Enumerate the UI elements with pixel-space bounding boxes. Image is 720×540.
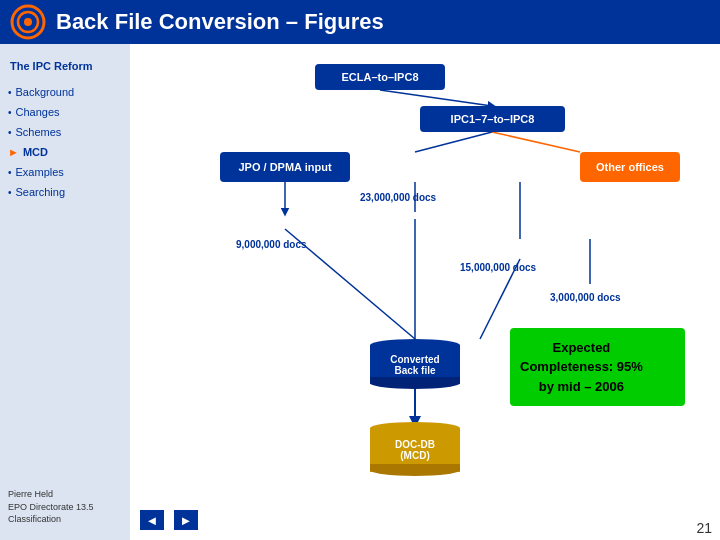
footer-class: Classification <box>8 513 122 526</box>
expected-line2: Completeness: 95% <box>520 357 643 377</box>
jpo-box: JPO / DPMA input <box>220 152 350 182</box>
mcd-label: (MCD) <box>400 450 429 461</box>
nav-next-button[interactable]: ► <box>174 510 198 530</box>
sidebar-item-searching[interactable]: • Searching <box>0 182 130 202</box>
content-area: ECLA–to–IPC8 IPC1–7–to–IPC8 JPO / DPMA i… <box>130 44 720 540</box>
expected-line3: by mid – 2006 <box>520 377 643 397</box>
diagram: ECLA–to–IPC8 IPC1–7–to–IPC8 JPO / DPMA i… <box>130 44 720 540</box>
bullet-icon: • <box>8 167 12 178</box>
other-offices-box: Other offices <box>580 152 680 182</box>
other-label: Other offices <box>596 161 664 173</box>
ipc-label: IPC1–7–to–IPC8 <box>451 113 535 125</box>
sidebar-item-changes[interactable]: • Changes <box>0 102 130 122</box>
bullet-icon: • <box>8 187 12 198</box>
sidebar-label-searching: Searching <box>16 186 66 198</box>
sidebar: The IPC Reform • Background • Changes • … <box>0 44 130 540</box>
nav-prev-button[interactable]: ◄ <box>140 510 164 530</box>
footer-name: Pierre Held <box>8 488 122 501</box>
sidebar-label-background: Background <box>16 86 75 98</box>
page-number: 21 <box>696 520 712 536</box>
docdb-cylinder-bottom <box>370 464 460 476</box>
ipc-box: IPC1–7–to–IPC8 <box>420 106 565 132</box>
sidebar-label-changes: Changes <box>16 106 60 118</box>
header: Back File Conversion – Figures <box>0 0 720 44</box>
ecla-box: ECLA–to–IPC8 <box>315 64 445 90</box>
converted-line1: Converted <box>390 354 439 365</box>
svg-line-4 <box>415 132 492 152</box>
converted-cylinder-bottom <box>370 377 460 389</box>
docs-15m: 15,000,000 docs <box>460 262 536 273</box>
docs-3m: 3,000,000 docs <box>550 292 621 303</box>
expected-line1: Expected <box>520 338 643 358</box>
sidebar-label-schemes: Schemes <box>16 126 62 138</box>
bullet-icon: • <box>8 87 12 98</box>
jpo-label: JPO / DPMA input <box>238 161 331 173</box>
docs-9m: 9,000,000 docs <box>236 239 307 250</box>
sidebar-item-mcd[interactable]: ► MCD <box>0 142 130 162</box>
sidebar-label-mcd: MCD <box>23 146 48 158</box>
active-arrow-icon: ► <box>8 146 19 158</box>
expected-box: Expected Completeness: 95% by mid – 2006 <box>510 328 685 406</box>
page-title: Back File Conversion – Figures <box>56 9 384 35</box>
docdb-label: DOC-DB <box>395 439 435 450</box>
sidebar-label-examples: Examples <box>16 166 64 178</box>
sidebar-item-schemes[interactable]: • Schemes <box>0 122 130 142</box>
sidebar-footer: Pierre Held EPO Directorate 13.5 Classif… <box>0 480 130 530</box>
svg-point-2 <box>24 18 32 26</box>
sidebar-item-examples[interactable]: • Examples <box>0 162 130 182</box>
converted-line2: Back file <box>394 365 435 376</box>
sidebar-item-background[interactable]: • Background <box>0 82 130 102</box>
epo-logo-icon <box>10 4 46 40</box>
ecla-label: ECLA–to–IPC8 <box>341 71 418 83</box>
docs-23m: 23,000,000 docs <box>360 192 436 203</box>
svg-line-3 <box>380 90 492 106</box>
main-layout: The IPC Reform • Background • Changes • … <box>0 44 720 540</box>
bullet-icon: • <box>8 107 12 118</box>
footer-dept: EPO Directorate 13.5 <box>8 501 122 514</box>
svg-line-5 <box>492 132 580 152</box>
sidebar-header: The IPC Reform <box>0 54 130 82</box>
bullet-icon: • <box>8 127 12 138</box>
